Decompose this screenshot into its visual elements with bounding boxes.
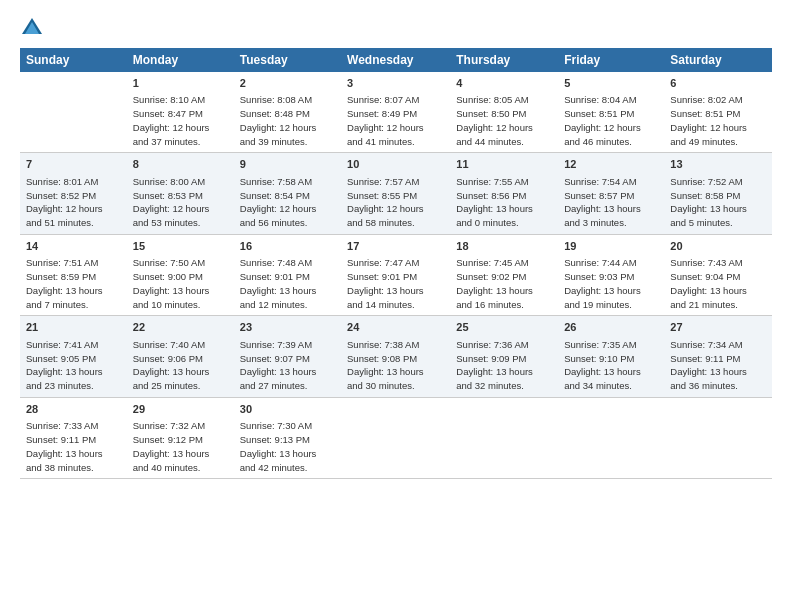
day-number: 19 [564, 239, 658, 254]
day-number: 14 [26, 239, 121, 254]
day-info: Sunrise: 8:05 AM Sunset: 8:50 PM Dayligh… [456, 93, 552, 148]
day-cell: 2Sunrise: 8:08 AM Sunset: 8:48 PM Daylig… [234, 72, 341, 153]
day-cell: 13Sunrise: 7:52 AM Sunset: 8:58 PM Dayli… [664, 153, 772, 234]
day-number: 7 [26, 157, 121, 172]
day-number: 5 [564, 76, 658, 91]
week-row-2: 7Sunrise: 8:01 AM Sunset: 8:52 PM Daylig… [20, 153, 772, 234]
day-cell: 6Sunrise: 8:02 AM Sunset: 8:51 PM Daylig… [664, 72, 772, 153]
header-cell-thursday: Thursday [450, 48, 558, 72]
header-cell-tuesday: Tuesday [234, 48, 341, 72]
day-cell: 21Sunrise: 7:41 AM Sunset: 9:05 PM Dayli… [20, 316, 127, 397]
page-container: SundayMondayTuesdayWednesdayThursdayFrid… [0, 0, 792, 489]
day-cell [664, 397, 772, 478]
day-number: 29 [133, 402, 228, 417]
day-number: 6 [670, 76, 766, 91]
day-info: Sunrise: 7:52 AM Sunset: 8:58 PM Dayligh… [670, 175, 766, 230]
day-cell: 19Sunrise: 7:44 AM Sunset: 9:03 PM Dayli… [558, 234, 664, 315]
day-cell: 9Sunrise: 7:58 AM Sunset: 8:54 PM Daylig… [234, 153, 341, 234]
day-info: Sunrise: 8:02 AM Sunset: 8:51 PM Dayligh… [670, 93, 766, 148]
day-number: 30 [240, 402, 335, 417]
day-number: 4 [456, 76, 552, 91]
header-row-days: SundayMondayTuesdayWednesdayThursdayFrid… [20, 48, 772, 72]
day-number: 8 [133, 157, 228, 172]
header-cell-friday: Friday [558, 48, 664, 72]
day-cell: 26Sunrise: 7:35 AM Sunset: 9:10 PM Dayli… [558, 316, 664, 397]
day-info: Sunrise: 7:41 AM Sunset: 9:05 PM Dayligh… [26, 338, 121, 393]
day-info: Sunrise: 7:51 AM Sunset: 8:59 PM Dayligh… [26, 256, 121, 311]
day-number: 9 [240, 157, 335, 172]
week-row-5: 28Sunrise: 7:33 AM Sunset: 9:11 PM Dayli… [20, 397, 772, 478]
calendar-header: SundayMondayTuesdayWednesdayThursdayFrid… [20, 48, 772, 72]
day-number: 15 [133, 239, 228, 254]
day-cell [558, 397, 664, 478]
day-cell: 20Sunrise: 7:43 AM Sunset: 9:04 PM Dayli… [664, 234, 772, 315]
day-cell: 27Sunrise: 7:34 AM Sunset: 9:11 PM Dayli… [664, 316, 772, 397]
day-number: 1 [133, 76, 228, 91]
day-number: 17 [347, 239, 444, 254]
day-cell: 7Sunrise: 8:01 AM Sunset: 8:52 PM Daylig… [20, 153, 127, 234]
header-row [20, 16, 772, 40]
week-row-4: 21Sunrise: 7:41 AM Sunset: 9:05 PM Dayli… [20, 316, 772, 397]
day-cell: 16Sunrise: 7:48 AM Sunset: 9:01 PM Dayli… [234, 234, 341, 315]
day-number: 25 [456, 320, 552, 335]
day-number: 21 [26, 320, 121, 335]
header-cell-sunday: Sunday [20, 48, 127, 72]
day-info: Sunrise: 7:38 AM Sunset: 9:08 PM Dayligh… [347, 338, 444, 393]
day-info: Sunrise: 7:57 AM Sunset: 8:55 PM Dayligh… [347, 175, 444, 230]
day-cell: 23Sunrise: 7:39 AM Sunset: 9:07 PM Dayli… [234, 316, 341, 397]
day-info: Sunrise: 7:32 AM Sunset: 9:12 PM Dayligh… [133, 419, 228, 474]
day-cell: 29Sunrise: 7:32 AM Sunset: 9:12 PM Dayli… [127, 397, 234, 478]
day-info: Sunrise: 7:55 AM Sunset: 8:56 PM Dayligh… [456, 175, 552, 230]
day-cell: 25Sunrise: 7:36 AM Sunset: 9:09 PM Dayli… [450, 316, 558, 397]
day-info: Sunrise: 7:30 AM Sunset: 9:13 PM Dayligh… [240, 419, 335, 474]
day-number: 20 [670, 239, 766, 254]
day-number: 27 [670, 320, 766, 335]
day-number: 22 [133, 320, 228, 335]
day-number: 11 [456, 157, 552, 172]
day-info: Sunrise: 7:44 AM Sunset: 9:03 PM Dayligh… [564, 256, 658, 311]
day-info: Sunrise: 7:43 AM Sunset: 9:04 PM Dayligh… [670, 256, 766, 311]
day-cell: 1Sunrise: 8:10 AM Sunset: 8:47 PM Daylig… [127, 72, 234, 153]
day-info: Sunrise: 8:08 AM Sunset: 8:48 PM Dayligh… [240, 93, 335, 148]
day-cell [450, 397, 558, 478]
day-info: Sunrise: 7:40 AM Sunset: 9:06 PM Dayligh… [133, 338, 228, 393]
day-number: 28 [26, 402, 121, 417]
day-cell: 5Sunrise: 8:04 AM Sunset: 8:51 PM Daylig… [558, 72, 664, 153]
day-info: Sunrise: 7:34 AM Sunset: 9:11 PM Dayligh… [670, 338, 766, 393]
calendar-table: SundayMondayTuesdayWednesdayThursdayFrid… [20, 48, 772, 479]
day-cell: 4Sunrise: 8:05 AM Sunset: 8:50 PM Daylig… [450, 72, 558, 153]
day-number: 13 [670, 157, 766, 172]
header-cell-wednesday: Wednesday [341, 48, 450, 72]
day-cell: 15Sunrise: 7:50 AM Sunset: 9:00 PM Dayli… [127, 234, 234, 315]
day-number: 3 [347, 76, 444, 91]
day-info: Sunrise: 8:07 AM Sunset: 8:49 PM Dayligh… [347, 93, 444, 148]
day-number: 10 [347, 157, 444, 172]
day-cell [341, 397, 450, 478]
day-info: Sunrise: 7:33 AM Sunset: 9:11 PM Dayligh… [26, 419, 121, 474]
header-cell-saturday: Saturday [664, 48, 772, 72]
calendar-body: 1Sunrise: 8:10 AM Sunset: 8:47 PM Daylig… [20, 72, 772, 479]
day-info: Sunrise: 7:45 AM Sunset: 9:02 PM Dayligh… [456, 256, 552, 311]
day-info: Sunrise: 7:54 AM Sunset: 8:57 PM Dayligh… [564, 175, 658, 230]
day-number: 18 [456, 239, 552, 254]
day-cell: 18Sunrise: 7:45 AM Sunset: 9:02 PM Dayli… [450, 234, 558, 315]
day-cell: 24Sunrise: 7:38 AM Sunset: 9:08 PM Dayli… [341, 316, 450, 397]
day-info: Sunrise: 7:39 AM Sunset: 9:07 PM Dayligh… [240, 338, 335, 393]
day-number: 16 [240, 239, 335, 254]
week-row-1: 1Sunrise: 8:10 AM Sunset: 8:47 PM Daylig… [20, 72, 772, 153]
day-info: Sunrise: 7:47 AM Sunset: 9:01 PM Dayligh… [347, 256, 444, 311]
day-cell: 11Sunrise: 7:55 AM Sunset: 8:56 PM Dayli… [450, 153, 558, 234]
day-number: 12 [564, 157, 658, 172]
day-cell [20, 72, 127, 153]
day-info: Sunrise: 8:00 AM Sunset: 8:53 PM Dayligh… [133, 175, 228, 230]
day-cell: 12Sunrise: 7:54 AM Sunset: 8:57 PM Dayli… [558, 153, 664, 234]
day-info: Sunrise: 7:58 AM Sunset: 8:54 PM Dayligh… [240, 175, 335, 230]
day-cell: 10Sunrise: 7:57 AM Sunset: 8:55 PM Dayli… [341, 153, 450, 234]
day-info: Sunrise: 7:48 AM Sunset: 9:01 PM Dayligh… [240, 256, 335, 311]
day-cell: 8Sunrise: 8:00 AM Sunset: 8:53 PM Daylig… [127, 153, 234, 234]
header-cell-monday: Monday [127, 48, 234, 72]
day-number: 23 [240, 320, 335, 335]
day-info: Sunrise: 8:04 AM Sunset: 8:51 PM Dayligh… [564, 93, 658, 148]
day-number: 24 [347, 320, 444, 335]
day-info: Sunrise: 7:50 AM Sunset: 9:00 PM Dayligh… [133, 256, 228, 311]
